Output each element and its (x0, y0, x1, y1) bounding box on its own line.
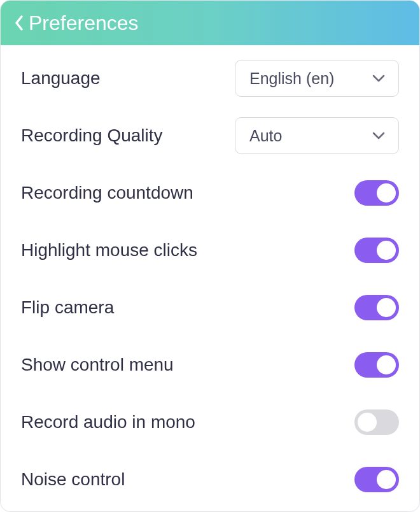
label-language: Language (21, 68, 101, 89)
label-flip-camera: Flip camera (21, 297, 114, 318)
row-highlight-clicks: Highlight mouse clicks (21, 231, 399, 269)
toggle-noise-control[interactable] (354, 467, 399, 492)
recording-quality-select[interactable]: Auto (235, 117, 399, 154)
toggle-highlight-clicks[interactable] (354, 238, 399, 263)
header-bar: Preferences (1, 1, 419, 45)
label-highlight-clicks: Highlight mouse clicks (21, 240, 197, 260)
label-recording-countdown: Recording countdown (21, 183, 193, 203)
toggle-knob (377, 470, 396, 489)
row-noise-control: Noise control (21, 460, 399, 499)
label-noise-control: Noise control (21, 469, 125, 490)
row-recording-quality: Recording Quality Auto (21, 117, 399, 155)
label-recording-quality: Recording Quality (21, 125, 163, 146)
row-recording-countdown: Recording countdown (21, 174, 399, 212)
toggle-show-control-menu[interactable] (354, 352, 399, 378)
recording-quality-select-value: Auto (249, 127, 282, 145)
row-language: Language English (en) (21, 59, 399, 97)
row-flip-camera: Flip camera (21, 288, 399, 327)
settings-list: Language English (en) Recording Quality … (1, 45, 419, 499)
row-record-mono: Record audio in mono (21, 403, 399, 441)
toggle-knob (358, 413, 377, 432)
language-select[interactable]: English (en) (235, 60, 399, 97)
chevron-down-icon (372, 74, 386, 83)
back-icon[interactable] (13, 14, 25, 32)
toggle-knob (377, 241, 396, 260)
page-title: Preferences (29, 11, 139, 35)
toggle-record-mono[interactable] (354, 409, 399, 435)
label-show-control-menu: Show control menu (21, 355, 174, 375)
toggle-knob (377, 298, 396, 317)
chevron-down-icon (372, 131, 386, 140)
row-show-control-menu: Show control menu (21, 346, 399, 384)
toggle-knob (377, 355, 396, 374)
toggle-recording-countdown[interactable] (354, 180, 399, 206)
label-record-mono: Record audio in mono (21, 412, 195, 432)
language-select-value: English (en) (249, 69, 334, 88)
toggle-knob (377, 183, 396, 203)
preferences-panel: Preferences Language English (en) Record… (0, 0, 420, 512)
toggle-flip-camera[interactable] (354, 295, 399, 320)
